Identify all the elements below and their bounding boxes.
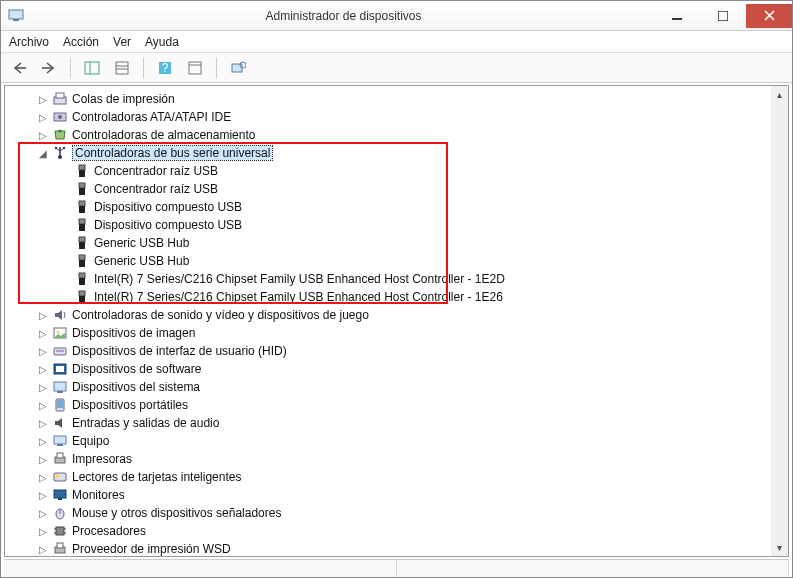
vertical-scrollbar[interactable]: ▴ ▾ <box>771 86 788 556</box>
svg-rect-53 <box>57 391 63 393</box>
tree-item[interactable]: ▷Proveedor de impresión WSD <box>5 540 771 556</box>
maximize-button[interactable] <box>700 4 746 28</box>
no-expand <box>59 219 71 231</box>
menu-file[interactable]: Archivo <box>9 35 49 49</box>
expand-icon[interactable]: ▷ <box>37 93 49 105</box>
help-button[interactable]: ? <box>153 57 177 79</box>
hid-icon <box>52 343 68 359</box>
expand-icon[interactable]: ▷ <box>37 309 49 321</box>
tree-item[interactable]: ▷Dispositivos de software <box>5 360 771 378</box>
tree-item-label: Intel(R) 7 Series/C216 Chipset Family US… <box>94 272 505 286</box>
expand-icon[interactable]: ▷ <box>37 417 49 429</box>
tree-item[interactable]: ▷Dispositivos de interfaz de usuario (HI… <box>5 342 771 360</box>
expand-icon[interactable]: ▷ <box>37 471 49 483</box>
no-expand <box>59 273 71 285</box>
device-tree: ▷Colas de impresión▷Controladoras ATA/AT… <box>5 86 771 556</box>
expand-icon[interactable]: ▷ <box>37 399 49 411</box>
svg-rect-1 <box>13 19 19 21</box>
expand-icon[interactable]: ▷ <box>37 111 49 123</box>
tree-item-label: Controladoras de bus serie universal <box>72 145 273 161</box>
tree-item[interactable]: ▷Equipo <box>5 432 771 450</box>
tree-item[interactable]: Intel(R) 7 Series/C216 Chipset Family US… <box>5 288 771 306</box>
tree-item-label: Colas de impresión <box>72 92 175 106</box>
update-driver-button[interactable] <box>226 57 250 79</box>
tree-item-label: Dispositivo compuesto USB <box>94 200 242 214</box>
svg-rect-2 <box>672 18 682 20</box>
tree-item-label: Controladoras ATA/ATAPI IDE <box>72 110 231 124</box>
expand-icon[interactable]: ▷ <box>37 453 49 465</box>
show-hide-tree-button[interactable] <box>80 57 104 79</box>
collapse-icon[interactable]: ◢ <box>37 147 49 159</box>
tree-item[interactable]: ▷Controladoras de almacenamiento <box>5 126 771 144</box>
forward-button[interactable] <box>37 57 61 79</box>
window-buttons <box>654 4 792 28</box>
svg-rect-44 <box>79 291 85 296</box>
tree-item[interactable]: ◢Controladoras de bus serie universal <box>5 144 771 162</box>
tree-item[interactable]: ▷Lectores de tarjetas inteligentes <box>5 468 771 486</box>
tree-item-label: Procesadores <box>72 524 146 538</box>
toolbar-separator <box>143 58 144 78</box>
properties-button[interactable] <box>110 57 134 79</box>
expand-icon[interactable]: ▷ <box>37 363 49 375</box>
expand-icon[interactable]: ▷ <box>37 345 49 357</box>
svg-rect-8 <box>85 62 99 74</box>
menu-action[interactable]: Acción <box>63 35 99 49</box>
expand-icon[interactable]: ▷ <box>37 129 49 141</box>
menu-view[interactable]: Ver <box>113 35 131 49</box>
tree-item-label: Dispositivos del sistema <box>72 380 200 394</box>
menu-help[interactable]: Ayuda <box>145 35 179 49</box>
tree-item[interactable]: ▷Colas de impresión <box>5 90 771 108</box>
tree-item[interactable]: Intel(R) 7 Series/C216 Chipset Family US… <box>5 270 771 288</box>
svg-rect-72 <box>57 543 63 548</box>
tree-item-label: Impresoras <box>72 452 132 466</box>
tree-item[interactable]: Generic USB Hub <box>5 252 771 270</box>
tree-item[interactable]: ▷Dispositivos del sistema <box>5 378 771 396</box>
tree-item[interactable]: Concentrador raíz USB <box>5 180 771 198</box>
tree-item-label: Proveedor de impresión WSD <box>72 542 231 556</box>
tree-item[interactable]: ▷Controladoras de sonido y vídeo y dispo… <box>5 306 771 324</box>
usbdev-icon <box>74 253 90 269</box>
svg-rect-52 <box>54 382 66 391</box>
scroll-down-button[interactable]: ▾ <box>771 539 788 556</box>
tree-item-label: Concentrador raíz USB <box>94 182 218 196</box>
tree-item[interactable]: Generic USB Hub <box>5 234 771 252</box>
close-button[interactable] <box>746 4 792 28</box>
scan-hardware-button[interactable] <box>183 57 207 79</box>
tree-item[interactable]: ▷Mouse y otros dispositivos señaladores <box>5 504 771 522</box>
expand-icon[interactable]: ▷ <box>37 543 49 555</box>
svg-rect-41 <box>79 260 85 267</box>
svg-rect-66 <box>56 527 64 535</box>
svg-point-47 <box>57 331 60 334</box>
tree-item[interactable]: ▷Dispositivos portátiles <box>5 396 771 414</box>
svg-rect-37 <box>79 224 85 231</box>
back-button[interactable] <box>7 57 31 79</box>
tree-item[interactable]: ▷Procesadores <box>5 522 771 540</box>
tree-scroll-area[interactable]: ▷Colas de impresión▷Controladoras ATA/AT… <box>5 86 771 556</box>
usbdev-icon <box>74 181 90 197</box>
svg-rect-10 <box>116 62 128 74</box>
tree-item[interactable]: Concentrador raíz USB <box>5 162 771 180</box>
tree-item[interactable]: ▷Entradas y salidas de audio <box>5 414 771 432</box>
expand-icon[interactable]: ▷ <box>37 489 49 501</box>
expand-icon[interactable]: ▷ <box>37 327 49 339</box>
expand-icon[interactable]: ▷ <box>37 381 49 393</box>
scroll-up-button[interactable]: ▴ <box>771 86 788 103</box>
tree-item[interactable]: Dispositivo compuesto USB <box>5 198 771 216</box>
expand-icon[interactable]: ▷ <box>37 435 49 447</box>
tree-item[interactable]: ▷Monitores <box>5 486 771 504</box>
expand-icon[interactable]: ▷ <box>37 525 49 537</box>
tree-item[interactable]: ▷Impresoras <box>5 450 771 468</box>
tree-item[interactable]: ▷Dispositivos de imagen <box>5 324 771 342</box>
svg-rect-55 <box>57 400 63 408</box>
tree-item[interactable]: ▷Controladoras ATA/ATAPI IDE <box>5 108 771 126</box>
system-icon <box>52 379 68 395</box>
no-expand <box>59 237 71 249</box>
usbdev-icon <box>74 199 90 215</box>
svg-rect-20 <box>56 93 64 98</box>
tree-item[interactable]: Dispositivo compuesto USB <box>5 216 771 234</box>
expand-icon[interactable]: ▷ <box>37 507 49 519</box>
svg-rect-59 <box>57 453 63 458</box>
minimize-button[interactable] <box>654 4 700 28</box>
svg-rect-36 <box>79 219 85 224</box>
printer-icon <box>52 451 68 467</box>
